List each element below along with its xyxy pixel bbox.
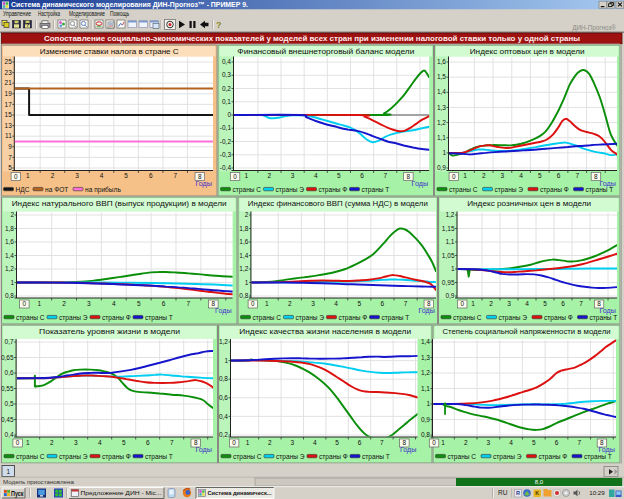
svg-text:0: 0 <box>432 439 436 446</box>
svg-text:1,8: 1,8 <box>5 225 14 232</box>
svg-text:13: 13 <box>5 122 13 129</box>
svg-text:Система динамическ...: Система динамическ... <box>208 489 272 496</box>
svg-text:Годы: Годы <box>195 179 212 188</box>
svg-text:6: 6 <box>555 439 559 446</box>
svg-text:0,6: 0,6 <box>219 394 228 401</box>
svg-text:6: 6 <box>146 439 150 446</box>
svg-text:4: 4 <box>334 300 338 307</box>
svg-text:1: 1 <box>463 172 467 179</box>
svg-text:7: 7 <box>577 439 581 446</box>
svg-text:1: 1 <box>426 400 430 407</box>
svg-text:0,55: 0,55 <box>1 385 14 392</box>
svg-text:страны Ф: страны Ф <box>540 186 569 194</box>
svg-text:страны Э: страны Э <box>493 453 522 461</box>
svg-text:2: 2 <box>288 300 292 307</box>
svg-text:1: 1 <box>26 172 30 179</box>
svg-text:0: 0 <box>452 173 456 180</box>
svg-text:ДИН-Прогноз®: ДИН-Прогноз® <box>572 24 616 32</box>
svg-text:4: 4 <box>313 439 317 446</box>
svg-text:-0,2: -0,2 <box>220 138 232 145</box>
svg-text:9: 9 <box>8 143 12 150</box>
svg-text:страны Ф: страны Ф <box>102 314 131 322</box>
svg-text:0,7: 0,7 <box>5 338 14 345</box>
svg-text:Система динамического моделиро: Система динамического моделирования ДИН-… <box>11 1 248 9</box>
svg-text:Изменение ставки налога в стра: Изменение ставки налога в стране С <box>40 47 179 56</box>
svg-text:0: 0 <box>14 173 18 180</box>
svg-text:3: 3 <box>291 172 295 179</box>
svg-text:1: 1 <box>244 172 248 179</box>
svg-text:0,45: 0,45 <box>1 416 14 423</box>
svg-text:2: 2 <box>51 172 55 179</box>
svg-text:Индекс розничных цен в модели: Индекс розничных цен в модели <box>467 199 591 208</box>
svg-text:5: 5 <box>122 439 126 446</box>
svg-text:0,8: 0,8 <box>239 292 248 299</box>
svg-text:1: 1 <box>224 357 228 364</box>
svg-text:?: ? <box>216 20 222 30</box>
svg-text:страны С: страны С <box>233 453 262 461</box>
svg-text:страны Т: страны Т <box>586 186 614 194</box>
svg-text:Пуск: Пуск <box>11 490 24 498</box>
svg-text:4: 4 <box>525 300 529 307</box>
svg-text:0,3: 0,3 <box>222 71 231 78</box>
svg-text:3: 3 <box>487 439 491 446</box>
svg-text:0: 0 <box>251 300 255 307</box>
svg-text:-0,4: -0,4 <box>220 164 232 171</box>
svg-text:на ФОТ: на ФОТ <box>45 186 68 193</box>
svg-text:7: 7 <box>380 439 384 446</box>
svg-text:0,6: 0,6 <box>5 369 14 376</box>
svg-text:7: 7 <box>579 300 583 307</box>
svg-text:11: 11 <box>5 132 12 139</box>
svg-text:0,1: 0,1 <box>222 98 231 105</box>
svg-text:6: 6 <box>381 300 385 307</box>
svg-text:1,4: 1,4 <box>239 252 248 259</box>
svg-text:страны Ф: страны Ф <box>539 453 568 461</box>
svg-text:страны Э: страны Э <box>499 314 528 322</box>
svg-text:0,5: 0,5 <box>5 400 14 407</box>
svg-text:1,1: 1,1 <box>421 385 430 392</box>
svg-text:Годы: Годы <box>215 306 232 315</box>
svg-text:7: 7 <box>383 172 387 179</box>
svg-text:страны Э: страны Э <box>296 314 325 322</box>
svg-text:?: ? <box>26 22 29 28</box>
svg-text:3: 3 <box>507 300 511 307</box>
svg-text:1,5: 1,5 <box>437 73 446 80</box>
svg-text:1,2: 1,2 <box>239 265 248 272</box>
svg-text:Индекс качества жизни населени: Индекс качества жизни населения в модели <box>239 327 411 336</box>
svg-text:7: 7 <box>187 300 191 307</box>
svg-text:8: 8 <box>407 173 411 180</box>
svg-text:0,8: 0,8 <box>5 292 14 299</box>
svg-text:1,2: 1,2 <box>437 119 446 126</box>
svg-text:0,8: 0,8 <box>219 375 228 382</box>
svg-text:5: 5 <box>543 300 547 307</box>
svg-text:5: 5 <box>8 164 12 171</box>
svg-text:2: 2 <box>50 439 54 446</box>
svg-text:1: 1 <box>441 439 445 446</box>
svg-text:страны Э: страны Э <box>495 186 524 194</box>
svg-text:1,1: 1,1 <box>445 238 454 245</box>
svg-text:страны Ф: страны Ф <box>319 453 348 461</box>
svg-text:7: 7 <box>173 172 177 179</box>
svg-text:страны С: страны С <box>449 186 478 194</box>
svg-text:4: 4 <box>519 172 523 179</box>
svg-text:6: 6 <box>358 439 362 446</box>
svg-text:5: 5 <box>335 439 339 446</box>
svg-text:страны Т: страны Т <box>382 314 410 322</box>
svg-text:17: 17 <box>5 101 13 108</box>
svg-text:страны Т: страны Т <box>584 453 612 461</box>
svg-text:23: 23 <box>5 69 13 76</box>
svg-text:7: 7 <box>575 172 579 179</box>
svg-text:страны Т: страны Т <box>590 314 618 322</box>
svg-text:1,6: 1,6 <box>239 238 248 245</box>
svg-text:4: 4 <box>98 439 102 446</box>
svg-text:страны С: страны С <box>16 314 45 322</box>
svg-text:страны Ф: страны Ф <box>102 453 131 461</box>
svg-text:0: 0 <box>233 173 237 180</box>
svg-text:страны С: страны С <box>448 453 477 461</box>
svg-text:0,4: 0,4 <box>219 413 228 420</box>
svg-text:1,4: 1,4 <box>421 338 430 345</box>
svg-text:1,3: 1,3 <box>421 354 430 361</box>
svg-text:Модель приостановлена: Модель приостановлена <box>3 478 74 485</box>
svg-text:Индекс оптовых цен в модели: Индекс оптовых цен в модели <box>470 47 585 56</box>
svg-text:4: 4 <box>314 172 318 179</box>
svg-text:Индекс натурального ВВП (выпус: Индекс натурального ВВП (выпуск продукци… <box>12 199 227 208</box>
